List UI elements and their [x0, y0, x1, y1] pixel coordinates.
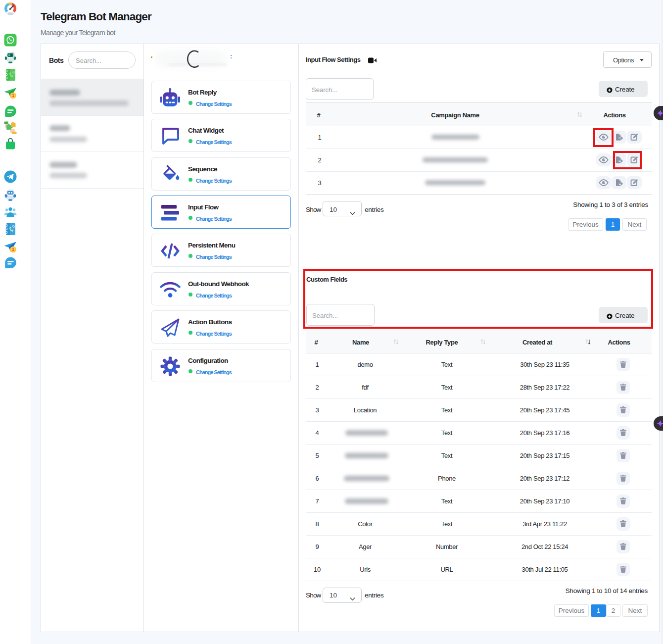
svg-text:1: 1 — [12, 247, 14, 252]
svg-text:1: 1 — [12, 93, 14, 98]
